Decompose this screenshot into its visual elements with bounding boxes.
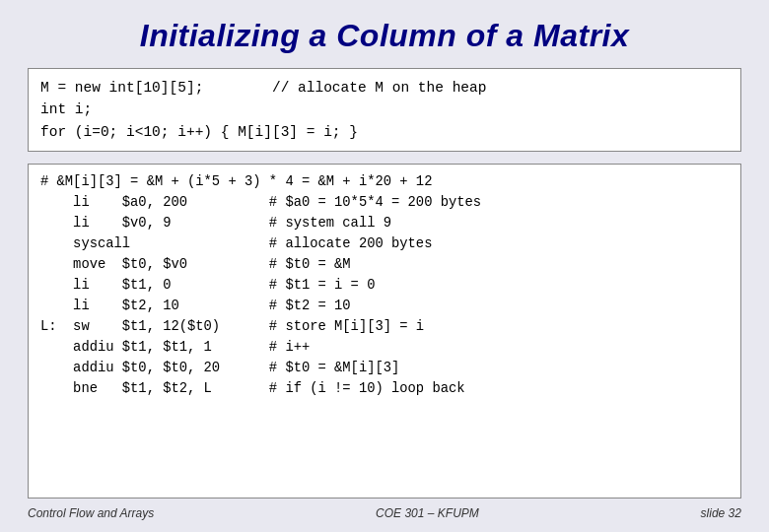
code-line: # &M[i][3] = &M + (i*5 + 3) * 4 = &M + i… (40, 172, 729, 193)
code-block-1: M = new int[10][5]; // allocate M on the… (28, 68, 741, 152)
code-line: li $v0, 9 # system call 9 (40, 214, 729, 234)
footer-left: Control Flow and Arrays (28, 506, 154, 520)
footer-center: COE 301 – KFUPM (376, 506, 479, 520)
code-line: L: sw $t1, 12($t0) # store M[i][3] = i (40, 317, 729, 338)
code-line: li $t1, 0 # $t1 = i = 0 (40, 276, 729, 297)
slide-title: Initializing a Column of a Matrix (28, 18, 741, 54)
footer-right: slide 32 (701, 506, 741, 520)
code-block-2: # &M[i][3] = &M + (i*5 + 3) * 4 = &M + i… (28, 164, 741, 499)
code-line: li $a0, 200 # $a0 = 10*5*4 = 200 bytes (40, 193, 729, 214)
code-line: M = new int[10][5]; // allocate M on the… (40, 77, 729, 99)
code-line: li $t2, 10 # $t2 = 10 (40, 297, 729, 317)
footer: Control Flow and Arrays COE 301 – KFUPM … (28, 506, 741, 520)
code-line: addiu $t0, $t0, 20 # $t0 = &M[i][3] (40, 359, 729, 379)
code-line: for (i=0; i<10; i++) { M[i][3] = i; } (40, 121, 729, 143)
code-line: syscall # allocate 200 bytes (40, 234, 729, 255)
code-line: int i; (40, 99, 729, 120)
code-line: addiu $t1, $t1, 1 # i++ (40, 338, 729, 359)
slide-container: Initializing a Column of a Matrix M = ne… (0, 0, 769, 532)
code-line: bne $t1, $t2, L # if (i != 10) loop back (40, 379, 729, 400)
code-line: move $t0, $v0 # $t0 = &M (40, 255, 729, 276)
